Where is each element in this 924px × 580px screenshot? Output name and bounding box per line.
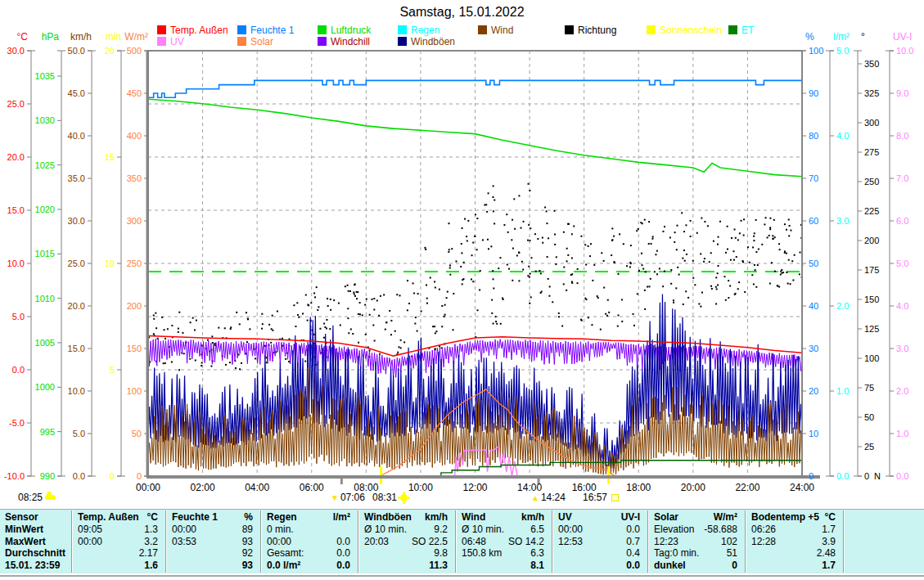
table-cell-value: 0.4 <box>626 547 640 559</box>
table-cell-label: Ø 10 min. <box>462 524 504 535</box>
table-cell-value: 1.3 <box>144 524 158 535</box>
table-row: SolarW/m² <box>649 511 744 523</box>
table-row: 00:003.2 <box>73 536 165 547</box>
table-cell-value: 1.6 <box>144 560 158 571</box>
table-cell-label: 12:53 <box>558 536 583 547</box>
table-cell-label: UV <box>558 511 572 523</box>
table-cell-label: 20:03 <box>364 536 389 547</box>
table-cell-label: Feuchte 1 <box>172 511 218 523</box>
table-column-regen: Regenl/m²0 min.00:000.0Gesamt:0.00.0 l/m… <box>262 510 357 573</box>
day-length-marker: 08:25 <box>18 492 56 503</box>
table-row: 11.3 <box>359 560 454 571</box>
sun-icon <box>400 494 408 501</box>
table-cell-value: 0.0 <box>336 536 350 547</box>
table-row: Feuchte 1% <box>167 511 259 523</box>
table-row: 93 <box>167 560 259 571</box>
table-cell-label: Ø 10 min. <box>364 524 407 535</box>
table-row: Tag:0 min.51 <box>649 547 744 559</box>
table-cell-label: dunkel <box>654 560 686 571</box>
table-cell-label: Wind <box>462 511 485 523</box>
table-row: Regenl/m² <box>262 511 357 523</box>
moon-down-arrow-icon: ▼ <box>331 493 339 502</box>
table-cell-value: UV-I <box>621 511 640 523</box>
table-cell-value: 51 <box>727 547 737 559</box>
table-cell-value: 0.0 <box>336 547 350 559</box>
table-cell-label: 0 min. <box>267 524 294 535</box>
stats-table: SensorMinWertMaxWertDurchschnitt15.01. 2… <box>0 508 924 577</box>
table-cell-value: -58.688 <box>704 524 737 535</box>
table-cell-label: MaxWert <box>5 536 46 547</box>
table-cell-value: 6.3 <box>530 547 544 559</box>
table-cell-value: 9.2 <box>434 524 448 535</box>
moonrise-marker: ▲14:24 <box>531 492 566 503</box>
table-cell-label: 0.0 l/m² <box>267 560 300 571</box>
table-row: 06:261.7 <box>746 524 842 535</box>
table-row: 09:051.3 <box>73 524 165 535</box>
table-cell-value: 2.48 <box>817 547 836 559</box>
table-column-temp-au-en: Temp. Außen°C09:051.300:003.22.171.6 <box>73 510 165 573</box>
weather-day-chart-window: Samstag, 15.01.2022 Temp. AußenFeuchte 1… <box>0 0 924 580</box>
table-row: 2.17 <box>73 547 165 559</box>
table-row: 00:000.0 <box>262 536 357 547</box>
table-row: Ø 10 min.9.2 <box>359 524 454 535</box>
table-row: dunkel0 <box>649 560 744 571</box>
table-cell-label: Solar <box>654 511 678 523</box>
table-row: 20:03SO 22.5 <box>359 536 454 547</box>
table-cell-value: 102 <box>721 536 737 547</box>
table-column-wind: Windkm/hØ 10 min.6.506:48SO 14.2150.8 km… <box>457 510 551 573</box>
table-cell-label: 12:23 <box>654 536 678 547</box>
table-cell-value: W/m² <box>714 511 737 523</box>
table-cell-label: 00:00 <box>558 524 583 535</box>
table-row: 0.0 <box>553 560 647 571</box>
table-cell-label: Windböen <box>364 511 412 523</box>
table-cell-label: 12:28 <box>751 536 776 547</box>
table-cell-label: Tag:0 min. <box>654 547 699 559</box>
table-cell-label: 00:00 <box>267 536 291 547</box>
table-row: Temp. Außen°C <box>73 511 165 523</box>
table-separator <box>843 510 845 573</box>
table-cell-label: 00:00 <box>78 536 102 547</box>
table-cell-label: MinWert <box>5 524 43 535</box>
table-cell-label: 00:00 <box>172 524 196 535</box>
moonset-marker: ▼07:06 <box>331 492 365 503</box>
table-cell-value: 6.5 <box>530 524 544 535</box>
table-cell-value: 92 <box>242 547 253 559</box>
table-cell-label: Elevation <box>654 524 694 535</box>
table-cell-value: 1.7 <box>822 524 836 535</box>
table-row: 03:5393 <box>167 536 259 547</box>
table-cell-value: °C <box>147 511 158 523</box>
table-row: Ø 10 min.6.5 <box>457 524 551 535</box>
table-row: Bodentemp +5°C <box>746 511 842 523</box>
table-cell-value: 3.2 <box>144 536 158 547</box>
table-row: 00:000.0 <box>553 524 647 535</box>
table-column-solar: SolarW/m²Elevation-58.68812:23102Tag:0 m… <box>649 510 744 573</box>
table-cell-value: % <box>244 511 253 523</box>
table-cell-label: Gesamt: <box>267 547 304 559</box>
table-cell-label: Sensor <box>5 511 38 523</box>
table-cell-label: 15.01. 23:59 <box>5 560 60 571</box>
table-cell-label: Bodentemp +5 <box>751 511 819 523</box>
table-row: 9.8 <box>359 547 454 559</box>
table-row: 00:0089 <box>167 524 259 535</box>
moonrise-time: 14:24 <box>541 492 566 503</box>
table-row: Durchschnitt <box>0 547 70 559</box>
table-cell-value: °C <box>825 511 836 523</box>
table-cell-label: Durchschnitt <box>5 547 65 559</box>
table-column-uv: UVUV-I00:000.012:530.70.40.0 <box>553 510 647 573</box>
table-row: 12:23102 <box>649 536 744 547</box>
table-cell-value: 11.3 <box>429 560 448 571</box>
table-cell-value: SO 14.2 <box>508 536 544 547</box>
table-row: 0.4 <box>553 547 647 559</box>
sunset-icon <box>611 494 619 501</box>
table-row: 12:283.9 <box>746 536 842 547</box>
table-cell-value: km/h <box>425 511 448 523</box>
table-row: 0.0 l/m²0.0 <box>262 560 357 571</box>
sunrise-time: 08:31 <box>372 492 397 503</box>
table-column-feuchte-1: Feuchte 1%00:008903:53939293 <box>167 510 259 573</box>
table-row: Elevation-58.688 <box>649 524 744 535</box>
sunrise-marker: 08:31 <box>372 492 408 503</box>
table-cell-value: km/h <box>521 511 544 523</box>
table-cell-label: 150.8 km <box>462 547 502 559</box>
table-row: Windkm/h <box>457 511 551 523</box>
table-cell-value: l/m² <box>333 511 350 523</box>
